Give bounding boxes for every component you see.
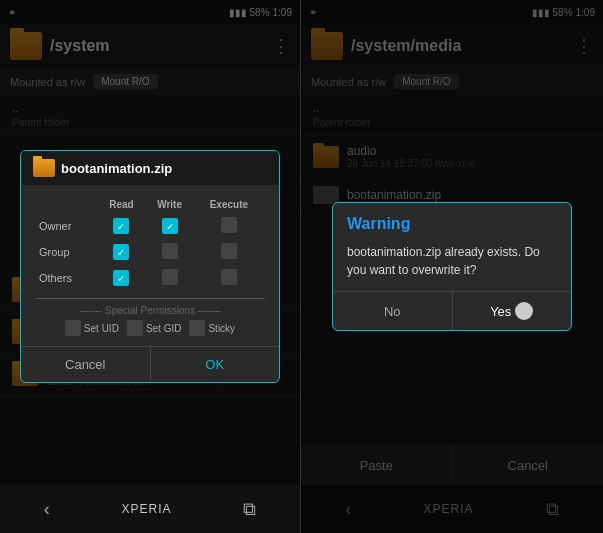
left-nav-title: XPERIA <box>121 502 171 516</box>
setgid-checkbox[interactable] <box>127 320 143 336</box>
warning-buttons: No Yes <box>333 291 571 330</box>
table-row: Others ✓ <box>37 266 263 290</box>
col-write: Write <box>146 197 192 212</box>
special-item-setgid: Set GID <box>127 320 182 336</box>
permissions-dialog-overlay: bootanimation.zip Read Write Execute <box>0 0 300 533</box>
permissions-dialog: bootanimation.zip Read Write Execute <box>20 150 280 383</box>
table-row: Group ✓ <box>37 240 263 264</box>
special-item-setuid: Set UID <box>65 320 119 336</box>
col-label <box>37 197 97 212</box>
sticky-checkbox[interactable] <box>189 320 205 336</box>
row-group-label: Group <box>37 240 97 264</box>
special-item-sticky: Sticky <box>189 320 235 336</box>
left-back-btn[interactable]: ‹ <box>28 491 66 528</box>
dialog-title: bootanimation.zip <box>61 161 172 176</box>
warning-message: bootanimation.zip already exists. Do you… <box>333 239 571 291</box>
yes-indicator <box>515 302 533 320</box>
col-execute: Execute <box>195 197 263 212</box>
owner-write-checkbox[interactable]: ✓ <box>162 218 178 234</box>
warning-dialog-overlay: Warning bootanimation.zip already exists… <box>301 0 603 533</box>
dialog-body: Read Write Execute Owner ✓ ✓ <box>21 185 279 346</box>
setuid-label: Set UID <box>84 323 119 334</box>
dialog-title-bar: bootanimation.zip <box>21 151 279 185</box>
group-write-checkbox[interactable] <box>162 243 178 259</box>
dialog-folder-icon <box>33 159 55 177</box>
left-bottom-nav: ‹ XPERIA ⧉ <box>0 485 300 533</box>
col-read: Read <box>99 197 145 212</box>
right-panel: ⚭ ▮▮▮ 58% 1:09 /system/media ⋮ Mounted a… <box>301 0 603 533</box>
yes-label: Yes <box>490 304 511 319</box>
row-others-label: Others <box>37 266 97 290</box>
permissions-table: Read Write Execute Owner ✓ ✓ <box>35 195 265 292</box>
warning-yes-btn[interactable]: Yes <box>453 292 572 330</box>
dialog-ok-btn[interactable]: OK <box>151 347 280 382</box>
warning-no-btn[interactable]: No <box>333 292 453 330</box>
dialog-cancel-btn[interactable]: Cancel <box>21 347 151 382</box>
others-read-checkbox[interactable]: ✓ <box>113 270 129 286</box>
others-execute-checkbox[interactable] <box>221 269 237 285</box>
sticky-label: Sticky <box>208 323 235 334</box>
setgid-label: Set GID <box>146 323 182 334</box>
warning-dialog: Warning bootanimation.zip already exists… <box>332 202 572 331</box>
owner-execute-checkbox[interactable] <box>221 217 237 233</box>
setuid-checkbox[interactable] <box>65 320 81 336</box>
owner-read-checkbox[interactable]: ✓ <box>113 218 129 234</box>
group-read-checkbox[interactable]: ✓ <box>113 244 129 260</box>
special-permissions: ------- Special Permissions ------- Set … <box>35 298 265 336</box>
special-row: Set UID Set GID Sticky <box>35 320 265 336</box>
warning-title: Warning <box>333 203 571 239</box>
left-copy-btn[interactable]: ⧉ <box>227 491 272 528</box>
row-owner-label: Owner <box>37 214 97 238</box>
left-panel: ⚭ ▮▮▮ 58% 1:09 /system ⋮ Mounted as r/w … <box>0 0 301 533</box>
others-write-checkbox[interactable] <box>162 269 178 285</box>
group-execute-checkbox[interactable] <box>221 243 237 259</box>
dialog-buttons: Cancel OK <box>21 346 279 382</box>
table-row: Owner ✓ ✓ <box>37 214 263 238</box>
special-perms-label: ------- Special Permissions ------- <box>35 305 265 316</box>
